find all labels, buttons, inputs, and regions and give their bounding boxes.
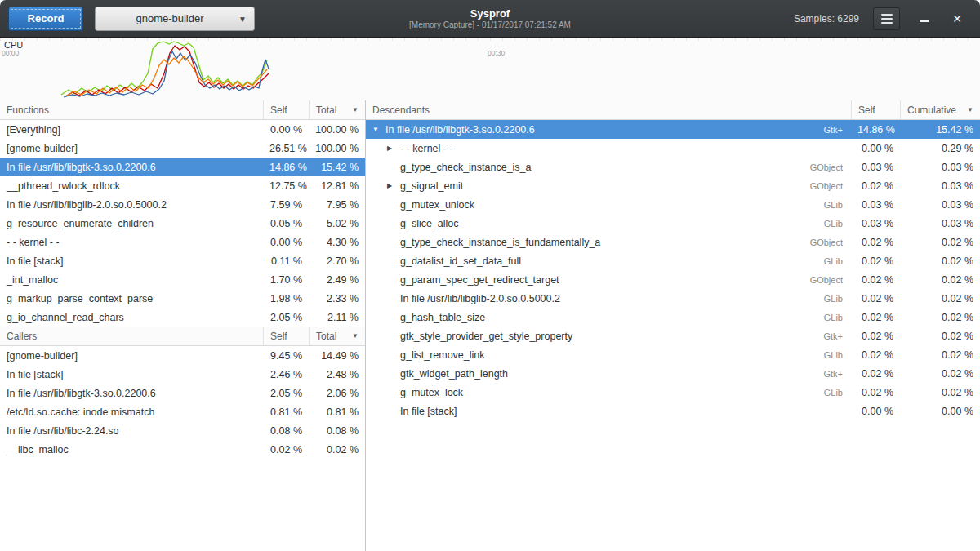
library-badge: Gtk+ (799, 369, 851, 379)
total-percent: 100.00 % (309, 143, 365, 154)
table-row[interactable]: gtk_widget_path_lengthGtk+0.02 %0.02 % (366, 364, 980, 383)
table-row[interactable]: gtk_style_provider_get_style_propertyGtk… (366, 327, 980, 345)
header-right-controls: Samples: 6299 ✕ (794, 7, 980, 30)
function-name-cell: g_mutex_unlock (366, 199, 799, 211)
table-row[interactable]: ▶g_signal_emitGObject0.02 %0.03 % (366, 176, 980, 195)
column-header-self[interactable]: Self (851, 100, 900, 119)
cpu-usage-graph[interactable]: CPU 00:00 00:30 (0, 38, 980, 100)
table-row[interactable]: In file /usr/lib/libglib-2.0.so.0.5000.2… (0, 195, 365, 214)
table-row[interactable]: g_io_channel_read_chars2.05 %2.11 % (0, 308, 365, 327)
column-header-cumulative[interactable]: Cumulative ▼ (900, 100, 980, 119)
column-header-callers[interactable]: Callers (0, 327, 263, 345)
column-header-descendants[interactable]: Descendants (366, 100, 851, 119)
column-label: Self (270, 331, 287, 342)
table-row[interactable]: In file /usr/lib/libc-2.24.so0.08 %0.08 … (0, 421, 365, 440)
close-button[interactable]: ✕ (947, 9, 967, 29)
column-label: Callers (7, 331, 37, 342)
table-row[interactable]: g_list_remove_linkGLib0.02 %0.02 % (366, 345, 980, 364)
sort-descending-icon: ▼ (347, 106, 359, 113)
table-row[interactable]: In file [stack]0.00 %0.00 % (366, 402, 980, 420)
table-row[interactable]: g_hash_table_sizeGLib0.02 %0.02 % (366, 308, 980, 327)
table-row[interactable]: In file /usr/lib/libglib-2.0.so.0.5000.2… (366, 289, 980, 308)
table-row[interactable]: ▼In file /usr/lib/libgtk-3.so.0.2200.6Gt… (366, 120, 980, 139)
table-row[interactable]: g_param_spec_get_redirect_targetGObject0… (366, 270, 980, 289)
menu-button[interactable] (873, 7, 900, 30)
table-row[interactable]: In file [stack]2.46 %2.48 % (0, 365, 365, 384)
cumulative-percent: 0.02 % (900, 331, 980, 342)
table-row[interactable]: g_resource_enumerate_children0.05 %5.02 … (0, 214, 365, 233)
record-button[interactable]: Record (8, 7, 83, 31)
descendants-table-header: Descendants Self Cumulative ▼ (366, 100, 980, 120)
self-percent: 0.00 % (851, 143, 900, 154)
library-badge: GObject (799, 181, 851, 191)
total-percent: 0.81 % (309, 407, 365, 418)
cumulative-percent: 0.03 % (900, 162, 980, 173)
table-row[interactable]: /etc/ld.so.cache: inode mismatch0.81 %0.… (0, 402, 365, 421)
self-percent: 0.05 % (263, 218, 309, 229)
time-label-start: 00:00 (2, 49, 19, 57)
table-row[interactable]: g_type_check_instance_is_fundamentally_a… (366, 233, 980, 251)
self-percent: 0.02 % (851, 312, 900, 323)
table-row[interactable]: g_mutex_unlockGLib0.03 %0.03 % (366, 195, 980, 214)
profile-content: Functions Self Total ▼ [Everything]0.00 … (0, 100, 980, 551)
table-row[interactable]: In file /usr/lib/libgtk-3.so.0.2200.62.0… (0, 384, 365, 402)
self-percent: 1.70 % (263, 274, 309, 286)
table-row[interactable]: g_mutex_lockGLib0.02 %0.02 % (366, 383, 980, 402)
time-label-mid: 00:30 (488, 49, 505, 57)
column-header-total[interactable]: Total ▼ (309, 327, 365, 345)
self-percent: 2.05 % (263, 388, 309, 399)
cumulative-percent: 0.02 % (900, 368, 980, 380)
table-row[interactable]: _int_malloc1.70 %2.49 % (0, 270, 365, 289)
expand-icon[interactable]: ▶ (387, 144, 400, 152)
total-percent: 2.70 % (309, 256, 365, 267)
column-header-self[interactable]: Self (263, 327, 309, 345)
column-header-total[interactable]: Total ▼ (309, 100, 365, 119)
function-name: In file /usr/lib/libgtk-3.so.0.2200.6 (0, 388, 263, 399)
table-row[interactable]: g_slice_allocGLib0.03 %0.03 % (366, 214, 980, 233)
function-name: In file /usr/lib/libgtk-3.so.0.2200.6 (385, 124, 535, 136)
table-row[interactable]: __libc_malloc0.02 %0.02 % (0, 440, 365, 459)
samples-count: Samples: 6299 (794, 13, 859, 24)
cumulative-percent: 0.29 % (900, 143, 980, 154)
table-row[interactable]: g_type_check_instance_is_aGObject0.03 %0… (366, 158, 980, 176)
table-row[interactable]: __pthread_rwlock_rdlock12.75 %12.81 % (0, 176, 365, 195)
table-row[interactable]: [gnome-builder]9.45 %14.49 % (0, 346, 365, 365)
table-row[interactable]: [Everything]0.00 %100.00 % (0, 120, 365, 139)
self-percent: 14.86 % (851, 124, 900, 136)
function-name-cell: ▼In file /usr/lib/libgtk-3.so.0.2200.6 (366, 124, 799, 136)
column-header-self[interactable]: Self (263, 100, 309, 119)
table-row[interactable]: g_markup_parse_context_parse1.98 %2.33 % (0, 289, 365, 308)
callers-table-header: Callers Self Total ▼ (0, 327, 365, 346)
function-name-cell: g_datalist_id_set_data_full (366, 256, 799, 267)
function-name: In file /usr/lib/libglib-2.0.so.0.5000.2 (0, 199, 263, 211)
total-percent: 0.02 % (309, 444, 365, 455)
table-row[interactable]: g_datalist_id_set_data_fullGLib0.02 %0.0… (366, 251, 980, 270)
table-row[interactable]: In file [stack]0.11 %2.70 % (0, 251, 365, 270)
function-name: In file [stack] (0, 256, 263, 267)
library-badge: Gtk+ (799, 331, 851, 341)
column-header-functions[interactable]: Functions (0, 100, 263, 119)
collapse-icon[interactable]: ▼ (372, 126, 385, 133)
function-name: g_slice_alloc (400, 218, 459, 229)
process-selector-dropdown[interactable]: gnome-builder ▼ (95, 7, 255, 31)
self-percent: 0.03 % (851, 199, 900, 211)
minimize-button[interactable] (914, 9, 933, 29)
function-name-cell: g_mutex_lock (366, 387, 799, 398)
hamburger-icon (881, 14, 893, 24)
function-name: In file [stack] (400, 406, 457, 417)
expand-icon[interactable]: ▶ (387, 182, 400, 189)
library-badge: GObject (799, 238, 851, 247)
table-row[interactable]: In file /usr/lib/libgtk-3.so.0.2200.614.… (0, 158, 365, 176)
self-percent: 0.03 % (851, 218, 900, 229)
total-percent: 7.95 % (309, 199, 365, 211)
self-percent: 0.11 % (263, 256, 309, 267)
self-percent: 2.05 % (263, 312, 309, 323)
table-row[interactable]: - - kernel - -0.00 %4.30 % (0, 233, 365, 251)
self-percent: 9.45 % (263, 350, 309, 362)
cumulative-percent: 0.02 % (900, 274, 980, 286)
table-row[interactable]: ▶- - kernel - -0.00 %0.29 % (366, 139, 980, 158)
library-badge: Gtk+ (799, 125, 851, 135)
self-percent: 0.00 % (263, 124, 309, 136)
app-title: Sysprof (409, 7, 571, 20)
table-row[interactable]: [gnome-builder]26.51 %100.00 % (0, 139, 365, 158)
